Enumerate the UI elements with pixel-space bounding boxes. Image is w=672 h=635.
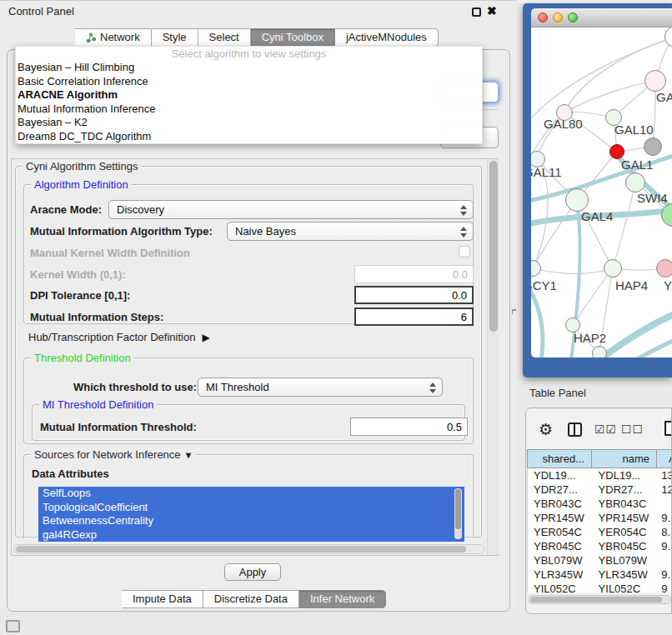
algorithm-option[interactable]: Basic Correlation Inference (16, 75, 482, 89)
table-row[interactable]: YDL19... YDL19... 13 (528, 468, 672, 482)
apply-button[interactable]: Apply (224, 563, 281, 581)
network-node[interactable] (656, 259, 672, 278)
table-row[interactable]: YBR045C YBR045C 9. (528, 539, 672, 553)
manual-kernel-checkbox[interactable] (459, 246, 470, 258)
control-panel-tab[interactable]: Cyni Toolbox (251, 28, 335, 47)
hidden-groupbox-edge (480, 109, 499, 110)
aracne-mode-label: Aracne Mode: (30, 203, 102, 216)
control-panel-window: Control Panel ✖ Network Style (0, 0, 517, 610)
close-icon[interactable]: ✖ (487, 4, 497, 18)
group-title: Algorithm Definition (31, 178, 132, 191)
collapse-arrow-icon: ▼ (184, 450, 193, 460)
data-attributes-label: Data Attributes (32, 468, 109, 480)
minimize-traffic-light-icon[interactable] (553, 12, 563, 22)
node-table: shared... name A YDL19... YDL19... 13 YD… (527, 449, 672, 592)
tab-label: Select (209, 29, 239, 46)
table-row[interactable]: YBR043C YBR043C (528, 497, 672, 511)
cyni-bottom-tabs: Impute Data Discretize Data Infer Networ… (122, 590, 386, 608)
panel-divider-grip[interactable] (512, 309, 516, 314)
dpi-tolerance-label: DPI Tolerance [0,1]: (30, 289, 130, 302)
tab-label: jActiveMNodules (346, 29, 427, 46)
collapsed-panel-button[interactable] (6, 620, 20, 632)
network-node[interactable] (565, 188, 589, 212)
algorithm-option[interactable]: Bayesian – Hill Climbing (16, 61, 482, 75)
algorithm-option[interactable]: Bayesian – K2 (16, 116, 482, 130)
tab-label: Discretize Data (214, 591, 288, 608)
table-horizontal-scrollbar[interactable] (528, 595, 671, 604)
gear-icon[interactable]: ⚙ (539, 420, 553, 439)
data-attribute-item[interactable]: BetweennessCentrality (38, 514, 464, 528)
manual-kernel-label: Manual Kernel Width Definition (30, 247, 190, 259)
close-traffic-light-icon[interactable] (538, 12, 548, 22)
table-panel-title: Table Panel (529, 387, 586, 399)
export-table-icon[interactable] (664, 421, 672, 436)
columns-icon[interactable] (568, 422, 582, 437)
network-canvas[interactable]: GALGAL80GAL10GAL1GAL11SWI4GAL4GCY1HAP4YH… (531, 28, 672, 358)
table-row[interactable]: YPR145W YPR145W 9. (528, 511, 672, 525)
control-panel-tab[interactable]: Style (152, 28, 198, 47)
control-panel-tab[interactable]: Network (75, 28, 152, 47)
mi-threshold-input[interactable] (350, 418, 468, 436)
group-title: Threshold Definition (31, 352, 134, 364)
kernel-width-label: Kernel Width (0,1): (30, 268, 126, 281)
network-node-label: GAL (656, 90, 672, 104)
network-node[interactable] (592, 346, 607, 358)
select-all-columns-icon[interactable]: ☑☑ (594, 422, 617, 436)
network-node[interactable] (644, 70, 666, 92)
data-attribute-item[interactable]: TopologicalCoefficient (38, 501, 464, 515)
settings-vertical-scrollbar[interactable] (487, 159, 499, 554)
data-attribute-item[interactable]: gal4RGexp (38, 528, 464, 542)
table-row[interactable]: YER054C YER054C 8. (528, 525, 672, 539)
mi-type-value: Naive Bayes (235, 225, 296, 238)
control-panel-tab[interactable]: jActiveMNodules (335, 28, 439, 47)
table-row[interactable]: YDR27... YDR27... 12 (528, 482, 672, 497)
algorithm-option[interactable]: ARACNE Algorithm (16, 88, 482, 102)
which-threshold-select[interactable]: MI Threshold (198, 378, 443, 397)
table-toolbar: ⚙ ☑☑ ☐☐ (526, 415, 671, 445)
data-attributes-list[interactable]: SelfLoopsTopologicalCoefficientBetweenne… (38, 487, 464, 542)
data-attribute-item[interactable]: SelfLoops (38, 487, 464, 501)
which-threshold-value: MI Threshold (206, 381, 269, 393)
algorithm-option[interactable]: Mutual Information Inference (16, 102, 482, 117)
hub-definition-label: Hub/Transcription Factor Definition (28, 331, 195, 343)
control-panel-title: Control Panel (8, 5, 74, 18)
float-window-icon[interactable] (472, 8, 481, 17)
column-header[interactable]: name (592, 449, 657, 468)
group-title: MI Threshold Definition (39, 398, 157, 411)
zoom-traffic-light-icon[interactable] (568, 12, 578, 22)
network-window-titlebar[interactable] (531, 8, 672, 28)
unselect-all-columns-icon[interactable]: ☐☐ (621, 422, 644, 436)
mi-type-select[interactable]: Naive Bayes (227, 222, 474, 241)
attribute-list-scrollbar[interactable] (454, 488, 462, 539)
combo-spinner-icon (459, 204, 467, 217)
aracne-mode-select[interactable]: Discovery (108, 200, 474, 219)
aracne-mode-value: Discovery (117, 203, 164, 216)
table-row[interactable]: YBL079W YBL079W (528, 553, 672, 568)
combo-spinner-icon (429, 382, 436, 394)
dpi-tolerance-input[interactable] (354, 286, 474, 304)
tab-label: Style (163, 29, 187, 46)
network-node[interactable] (625, 172, 645, 192)
settings-horizontal-scrollbar[interactable] (13, 544, 485, 554)
table-row[interactable]: YIL052C YIL052C 9 (528, 582, 672, 592)
kernel-width-input[interactable] (354, 265, 474, 283)
cyni-bottom-tab[interactable]: Infer Network (299, 590, 386, 608)
cyni-bottom-tab[interactable]: Discretize Data (203, 590, 299, 608)
which-threshold-label: Which threshold to use: (73, 381, 197, 393)
network-node-label: Y (664, 278, 672, 292)
control-panel-tab[interactable]: Select (198, 28, 251, 47)
table-row[interactable]: YLR345W YLR345W 9. (528, 568, 672, 582)
algorithm-option[interactable]: Dream8 DC_TDC Algorithm (16, 130, 482, 144)
mi-steps-input[interactable] (354, 308, 474, 326)
algorithm-popup-placeholder: Select algorithm to view settings (16, 47, 482, 61)
network-node-label: GAL80 (544, 117, 583, 131)
network-node[interactable] (604, 259, 622, 278)
network-node[interactable] (644, 138, 662, 156)
tab-label: Network (100, 29, 140, 46)
cyni-bottom-tab[interactable]: Impute Data (122, 590, 203, 608)
column-header[interactable]: A (657, 449, 672, 468)
column-header[interactable]: shared... (527, 449, 592, 468)
network-node-label: GCY1 (531, 278, 557, 292)
hub-definition-expander[interactable]: Hub/Transcription Factor Definition▶ (28, 331, 210, 343)
control-panel-tabs: Network Style Select Cyni Toolbox (75, 28, 439, 47)
